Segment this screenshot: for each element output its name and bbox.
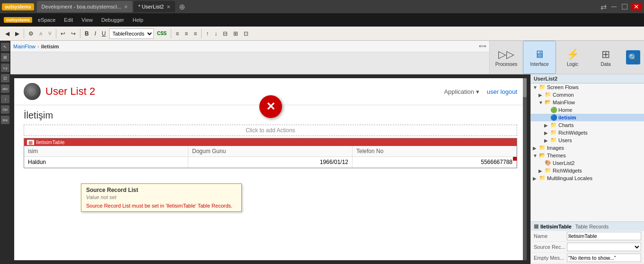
- tab-dev-close[interactable]: ✕: [124, 4, 128, 9]
- align-center-button[interactable]: ≡: [182, 29, 190, 38]
- tree-label-screen-flows: Screen Flows: [547, 84, 579, 90]
- tooltip-value: Value not set: [86, 194, 237, 200]
- app-nav-item[interactable]: Application ▾: [444, 88, 479, 95]
- back-button[interactable]: ◀: [3, 29, 12, 38]
- search-button[interactable]: 🔍: [626, 50, 640, 64]
- outdent-button[interactable]: ↓: [212, 29, 220, 38]
- table-widget: ▦ IletisimTable isim Dogum Gunu Telefon …: [24, 138, 517, 168]
- app-window: outsystems Development - boa.outsystemsc…: [0, 0, 644, 264]
- tab-nav-icon[interactable]: ⇄: [599, 2, 609, 11]
- sidebar-tool-pointer[interactable]: ↖: [1, 43, 9, 51]
- browser-tab-dev[interactable]: Development - boa.outsystemscl... ✕: [37, 1, 133, 12]
- nav-processes[interactable]: ▷▷ Processes: [490, 41, 523, 74]
- toolbar-separator-5: [201, 29, 202, 38]
- bold-button[interactable]: B: [82, 29, 91, 38]
- tree-item-home[interactable]: 🟢 Home: [531, 106, 644, 114]
- align-right-button[interactable]: ≡: [191, 29, 199, 38]
- left-sidebar: ↖ ⊞ x.y ⊡ abc ↕ Ok! link: [0, 41, 10, 264]
- tree-item-themes[interactable]: ▼ 📂 Themes: [531, 152, 644, 159]
- layout-button[interactable]: ⊞: [231, 29, 240, 38]
- menu-espace[interactable]: eSpace: [35, 16, 58, 24]
- props-input-name[interactable]: [567, 232, 641, 240]
- props-select-source[interactable]: [567, 243, 641, 251]
- browser-tab-userlist2[interactable]: * UserList2 ✕: [133, 1, 175, 12]
- widget-selector[interactable]: TableRecords: [109, 28, 154, 39]
- toolbar-separator-3: [80, 29, 80, 38]
- underline-button[interactable]: U: [99, 29, 108, 38]
- new-tab-button[interactable]: ⊕: [176, 2, 188, 11]
- sidebar-tool-text[interactable]: abc: [1, 84, 9, 93]
- tree-item-multilingual[interactable]: ▶ 📁 Multilingual Locales: [531, 174, 644, 182]
- sidebar-tool-grid[interactable]: ⊞: [1, 53, 9, 62]
- window-close-button[interactable]: ✕: [631, 3, 642, 10]
- menu-help[interactable]: Help: [130, 16, 146, 24]
- props-input-empty[interactable]: [567, 254, 641, 262]
- sidebar-tool-link[interactable]: link: [1, 116, 9, 124]
- arrow-charts: ▶: [544, 123, 550, 128]
- tree-item-userlist2-theme[interactable]: 🎨 UserList2: [531, 159, 644, 167]
- screen-home-icon: 🟢: [550, 107, 557, 113]
- col-header-telefon: Telefon No: [353, 146, 517, 157]
- close-dialog-button[interactable]: ✕: [259, 95, 282, 118]
- tab-userlist2-close[interactable]: ✕: [167, 4, 170, 9]
- tree-item-screen-flows[interactable]: ▼ 📁 Screen Flows: [531, 83, 644, 91]
- menu-debugger[interactable]: Debugger: [98, 16, 127, 24]
- page-logo-section: ◎ User List 2: [24, 83, 95, 100]
- tree-item-common[interactable]: ▶ 📁 Common: [531, 91, 644, 99]
- arrow-images: ▶: [533, 146, 538, 151]
- forward-button[interactable]: ▶: [13, 29, 22, 38]
- menu-edit[interactable]: Edit: [61, 16, 76, 24]
- tree-label-users: Users: [558, 137, 572, 143]
- expand-icon[interactable]: ⟺: [479, 43, 486, 49]
- undo-button[interactable]: ↩: [58, 29, 68, 38]
- table-widget-icon: ▦: [27, 140, 34, 145]
- canvas-scrollbar[interactable]: [523, 78, 527, 260]
- redo-button[interactable]: ↪: [69, 29, 78, 38]
- table-widget-label: IletisimTable: [36, 139, 65, 145]
- actions-bar[interactable]: Click to add Actions: [24, 125, 517, 136]
- data-label: Data: [600, 62, 610, 67]
- block-button[interactable]: ⊡: [241, 29, 251, 38]
- folder-themes-icon: 📂: [538, 152, 546, 159]
- arrow-multilingual: ▶: [533, 176, 538, 181]
- tree-item-images[interactable]: ▶ 📁 Images: [531, 144, 644, 152]
- tree-item-charts[interactable]: ▶ 📁 Charts: [531, 121, 644, 129]
- right-main-area: MainFlow › iletisim ⟺ ▷▷ Processes 🖥 Int…: [10, 41, 644, 264]
- app-logo-badge: outsystems: [2, 3, 34, 10]
- content-and-panel: ✕ ◎ User List 2: [10, 74, 644, 264]
- toolbar-separator-1: [24, 29, 24, 38]
- css-button[interactable]: CSS: [155, 29, 169, 37]
- indent-button[interactable]: ↑: [203, 29, 211, 38]
- nav-logic[interactable]: ⚡ Logic: [556, 41, 589, 74]
- compare-button[interactable]: ⑃: [37, 29, 45, 38]
- settings-button[interactable]: ⚙: [26, 29, 36, 38]
- sidebar-tool-xy[interactable]: x.y: [1, 64, 9, 72]
- user-logout-link[interactable]: user logout: [487, 88, 517, 95]
- sidebar-tool-widget[interactable]: ⊡: [1, 74, 9, 82]
- breadcrumb-mainflow[interactable]: MainFlow: [13, 44, 35, 49]
- sidebar-tool-arrows[interactable]: ↕: [1, 95, 9, 103]
- nav-data[interactable]: ⊞ Data: [589, 41, 622, 74]
- restore-button[interactable]: ☐: [619, 2, 630, 11]
- app-menu-bar: outsystems eSpace Edit View Debugger Hel…: [0, 13, 644, 27]
- italic-button[interactable]: I: [92, 29, 98, 38]
- tree-item-users[interactable]: ▶ 📁 Users: [531, 137, 644, 144]
- nav-interface[interactable]: 🖥 Interface: [523, 41, 556, 74]
- align-left-button[interactable]: ≡: [173, 29, 181, 38]
- tree-item-iletisim[interactable]: 🔵 iletisim: [531, 114, 644, 121]
- main-body: ↖ ⊞ x.y ⊡ abc ↕ Ok! link MainFlow › ilet…: [0, 41, 644, 264]
- merge-button[interactable]: ⑂: [46, 29, 54, 38]
- props-label-empty: Empty Mes...: [534, 255, 567, 261]
- tooltip-error: Source Record List must be set in 'Ileti…: [86, 203, 237, 209]
- tree-item-richwidgets-theme[interactable]: ▶ 📁 RichWidgets: [531, 167, 644, 174]
- table-button[interactable]: ⊟: [221, 29, 230, 38]
- error-indicator: [513, 157, 517, 161]
- tree-item-richwidgets[interactable]: ▶ 📁 RichWidgets: [531, 129, 644, 137]
- menu-view[interactable]: View: [79, 16, 96, 24]
- sidebar-tool-ok[interactable]: Ok!: [1, 105, 9, 114]
- props-row-name: Name: [531, 231, 644, 242]
- props-label-source: Source Rec...: [534, 244, 567, 250]
- tree-header: UserList2: [531, 74, 644, 83]
- tree-item-mainflow[interactable]: ▼ 📂 MainFlow: [531, 99, 644, 106]
- minimize-button[interactable]: ─: [609, 2, 618, 11]
